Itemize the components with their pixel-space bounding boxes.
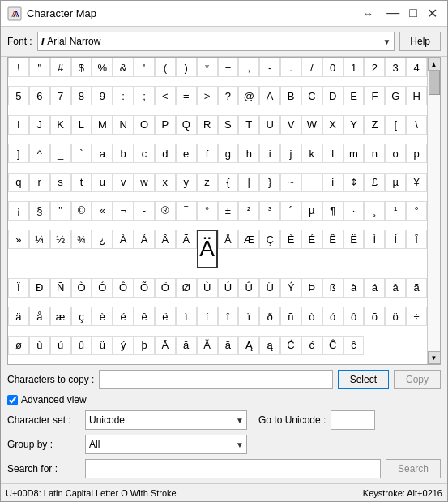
- font-dropdown-wrap[interactable]: I Arial Narrow ▼: [37, 32, 395, 51]
- char-cell[interactable]: ä: [8, 307, 29, 326]
- char-cell[interactable]: %: [92, 58, 113, 77]
- char-cell[interactable]: ý: [113, 336, 134, 355]
- char-cell[interactable]: Û: [238, 278, 259, 298]
- char-cell[interactable]: 7: [50, 86, 71, 105]
- char-cell[interactable]: å: [29, 307, 50, 326]
- char-cell[interactable]: 4: [406, 58, 427, 77]
- char-cell[interactable]: ĉ: [343, 336, 365, 355]
- char-cell[interactable]: ã: [406, 278, 427, 298]
- char-cell[interactable]: Â: [155, 230, 176, 249]
- char-cell[interactable]: 9: [92, 86, 113, 105]
- char-cell[interactable]: ½: [50, 230, 71, 249]
- char-cell[interactable]: Ú: [218, 278, 239, 298]
- char-cell[interactable]: M: [92, 115, 113, 135]
- char-cell[interactable]: [301, 173, 322, 192]
- char-cell[interactable]: Ø: [176, 278, 197, 298]
- char-cell[interactable]: b: [113, 144, 134, 163]
- char-cell[interactable]: î: [218, 307, 239, 326]
- char-cell[interactable]: -: [134, 201, 155, 221]
- char-cell[interactable]: Þ: [301, 278, 322, 298]
- char-cell[interactable]: Æ: [238, 230, 259, 249]
- char-cell[interactable]: !: [8, 58, 29, 77]
- search-button[interactable]: Search: [386, 459, 441, 478]
- char-cell[interactable]: ï: [238, 307, 259, 326]
- char-cell[interactable]: £: [364, 173, 385, 192]
- char-cell[interactable]: a: [92, 144, 113, 163]
- scrollbar-thumb[interactable]: [429, 71, 440, 95]
- char-cell[interactable]: À: [113, 230, 134, 249]
- char-cell[interactable]: /: [301, 58, 322, 77]
- char-cell[interactable]: K: [50, 115, 71, 135]
- char-cell[interactable]: L: [71, 115, 92, 135]
- scrollbar-track[interactable]: [428, 71, 441, 351]
- charset-dropdown-wrap[interactable]: Unicode Windows: Western DOS: Latin US ▼: [85, 410, 247, 430]
- char-cell[interactable]: I: [8, 115, 29, 135]
- char-cell[interactable]: D: [322, 86, 343, 105]
- char-cell[interactable]: Ç: [259, 230, 280, 249]
- char-cell[interactable]: ~: [280, 173, 301, 192]
- char-cell[interactable]: ą: [259, 336, 280, 355]
- char-cell[interactable]: c: [134, 144, 155, 163]
- char-cell[interactable]: r: [29, 173, 50, 192]
- char-cell[interactable]: ú: [50, 336, 71, 355]
- char-cell[interactable]: Q: [176, 115, 197, 135]
- char-cell[interactable]: &: [113, 58, 134, 77]
- char-cell[interactable]: û: [71, 336, 92, 355]
- char-cell[interactable]: H: [406, 86, 427, 105]
- char-cell[interactable]: ,: [238, 58, 259, 77]
- char-cell[interactable]: {: [218, 173, 239, 192]
- char-cell[interactable]: Ã: [176, 230, 197, 249]
- char-cell[interactable]: õ: [364, 307, 385, 326]
- char-cell[interactable]: ñ: [280, 307, 301, 326]
- char-cell[interactable]: Ò: [71, 278, 92, 298]
- char-cell[interactable]: ü: [92, 336, 113, 355]
- char-cell[interactable]: N: [113, 115, 134, 135]
- char-cell[interactable]: [: [385, 115, 406, 135]
- char-cell[interactable]: Å: [218, 230, 239, 249]
- char-cell[interactable]: j: [280, 144, 301, 163]
- char-cell[interactable]: ¾: [71, 230, 92, 249]
- char-cell[interactable]: _: [50, 144, 71, 163]
- char-cell[interactable]: à: [343, 278, 365, 298]
- char-cell[interactable]: <: [155, 86, 176, 105]
- char-cell[interactable]: B: [280, 86, 301, 105]
- char-cell[interactable]: ': [134, 58, 155, 77]
- char-cell[interactable]: Ù: [197, 278, 218, 298]
- groupby-select[interactable]: All Unicode Subrange Unicode Category: [85, 435, 247, 454]
- char-cell[interactable]: è: [92, 307, 113, 326]
- char-cell[interactable]: °: [406, 201, 427, 221]
- char-cell[interactable]: g: [218, 144, 239, 163]
- char-cell[interactable]: v: [113, 173, 134, 192]
- char-cell[interactable]: \: [406, 115, 427, 135]
- char-cell[interactable]: -: [259, 58, 280, 77]
- goto-unicode-input[interactable]: [331, 410, 375, 430]
- char-cell[interactable]: e: [176, 144, 197, 163]
- char-cell[interactable]: ": [50, 201, 71, 221]
- char-cell[interactable]: Ñ: [50, 278, 71, 298]
- char-cell[interactable]: S: [218, 115, 239, 135]
- char-cell[interactable]: >: [197, 86, 218, 105]
- font-select[interactable]: Arial Narrow: [47, 32, 390, 50]
- char-cell[interactable]: ā: [176, 336, 197, 355]
- char-cell[interactable]: æ: [50, 307, 71, 326]
- char-cell[interactable]: ): [176, 58, 197, 77]
- search-input[interactable]: [85, 459, 381, 478]
- char-cell[interactable]: Á: [134, 230, 155, 249]
- char-cell[interactable]: n: [364, 144, 385, 163]
- char-cell[interactable]: s: [50, 173, 71, 192]
- char-cell[interactable]: (: [155, 58, 176, 77]
- char-cell[interactable]: Ā: [155, 336, 176, 355]
- char-cell[interactable]: á: [364, 278, 385, 298]
- char-cell[interactable]: y: [176, 173, 197, 192]
- char-cell[interactable]: ¥: [406, 173, 427, 192]
- char-cell[interactable]: Î: [406, 230, 427, 249]
- char-cell[interactable]: »: [8, 230, 29, 249]
- char-cell[interactable]: Õ: [134, 278, 155, 298]
- char-cell[interactable]: Ì: [364, 230, 385, 249]
- char-cell[interactable]: i: [322, 173, 343, 192]
- charset-select[interactable]: Unicode Windows: Western DOS: Latin US: [85, 410, 247, 430]
- char-cell[interactable]: V: [280, 115, 301, 135]
- char-cell[interactable]: ð: [259, 307, 280, 326]
- char-cell[interactable]: °: [197, 201, 218, 221]
- char-cell[interactable]: *: [197, 58, 218, 77]
